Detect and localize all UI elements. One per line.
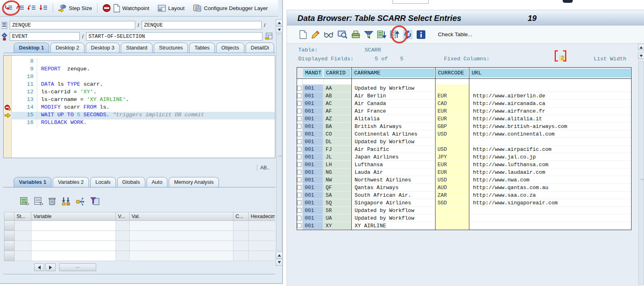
- edit-pencil-icon[interactable]: [311, 30, 320, 39]
- row-select-checkbox[interactable]: [297, 109, 301, 113]
- table-row-xy[interactable]: 001XYXY AIRLINE: [297, 222, 632, 230]
- row-select-checkbox[interactable]: [297, 177, 301, 182]
- code-editor[interactable]: 89REPORT zenque.1011DATA ls TYPE scarr.1…: [3, 55, 275, 158]
- tab-variables-1[interactable]: Variables 1: [14, 177, 52, 187]
- layout-button[interactable]: Layout: [158, 4, 185, 12]
- event-section-field[interactable]: START-OF-SELECTION: [86, 32, 262, 41]
- table-row-ng[interactable]: 001NGLauda AirEURhttp://www.laudaair.com: [297, 169, 632, 176]
- print-icon[interactable]: [351, 30, 361, 39]
- row-select-checkbox[interactable]: [297, 154, 301, 159]
- row-select-checkbox[interactable]: [297, 185, 301, 190]
- hscroll-thumb[interactable]: [59, 263, 96, 271]
- column-header-mandt[interactable]: MANDT: [302, 68, 323, 78]
- row-selector[interactable]: [4, 231, 14, 241]
- variables-column-header[interactable]: [4, 212, 14, 221]
- display-glasses-icon[interactable]: [324, 30, 334, 39]
- column-header-currcode[interactable]: CURRCODE: [435, 68, 469, 78]
- editor-gutter[interactable]: [4, 56, 12, 158]
- variables-column-header[interactable]: Variable: [31, 212, 116, 221]
- tab-objects[interactable]: Objects: [216, 43, 244, 53]
- table-row-ac[interactable]: 001ACAir CanadaCADhttp://www.aircanada.c…: [297, 100, 632, 107]
- row-select-checkbox[interactable]: [297, 86, 301, 91]
- program-field[interactable]: ZENQUE: [10, 21, 135, 29]
- table-row-aa[interactable]: 001AAUpdated by Workflow: [297, 84, 632, 92]
- watchpoint-button[interactable]: Watchpoint: [102, 4, 149, 12]
- tab-auto[interactable]: Auto: [147, 177, 168, 187]
- tab-tables[interactable]: Tables: [189, 43, 215, 53]
- vscroll-track[interactable]: [638, 62, 644, 284]
- tab-desktop-1[interactable]: Desktop 1: [14, 43, 49, 53]
- detail-view-icon[interactable]: [337, 30, 348, 39]
- cropped-command-field[interactable]: [392, 0, 429, 4]
- create-entry-icon[interactable]: [299, 30, 308, 39]
- scroll-left-button[interactable]: [34, 263, 44, 271]
- scroll-down-button[interactable]: [638, 53, 644, 59]
- breakpoint-icon[interactable]: [4, 105, 11, 111]
- table-row-ua[interactable]: 001UAUpdated by Workflow: [297, 214, 632, 222]
- scroll-down-button-bottom[interactable]: [276, 259, 283, 266]
- tab-globals[interactable]: Globals: [117, 177, 145, 187]
- variables-column-header[interactable]: Val.: [130, 212, 233, 221]
- field-detail-icon[interactable]: [265, 33, 273, 41]
- configure-debugger-layer-button[interactable]: Configure Debugger Layer: [193, 4, 268, 12]
- column-header-carrname[interactable]: CARRNAME: [351, 68, 435, 78]
- variables-column-header[interactable]: Hexadecimal: [249, 212, 275, 221]
- row-select-checkbox[interactable]: [297, 162, 301, 167]
- row-select-checkbox[interactable]: [297, 132, 301, 136]
- table-view-icon[interactable]: [20, 197, 29, 206]
- scroll-up-button[interactable]: [276, 19, 283, 26]
- tab-detaildi[interactable]: DetailDi: [246, 43, 275, 53]
- row-selector[interactable]: [4, 221, 14, 231]
- table-row-nw[interactable]: 001NWNorthwest AirlinesUSDhttp://www.nwa…: [297, 176, 632, 184]
- row-selector[interactable]: [4, 241, 14, 251]
- table-row-ab[interactable]: 001ABAir BerlinEURhttp://www.airberlin.d…: [297, 92, 632, 100]
- variables-column-header[interactable]: V...: [116, 212, 130, 221]
- tab-memory-analysis[interactable]: Memory Analysis: [169, 177, 219, 187]
- row-select-checkbox[interactable]: [297, 101, 301, 106]
- tab-locals[interactable]: Locals: [90, 177, 116, 187]
- row-select-checkbox[interactable]: [297, 200, 301, 205]
- row-select-checkbox[interactable]: [297, 124, 301, 129]
- table-row-dl[interactable]: 001DLUpdated by Workflow: [297, 138, 632, 146]
- row-select-checkbox[interactable]: [297, 170, 301, 175]
- table-row-af[interactable]: 001AFAir FranceEURhttp://www.airfrance.f…: [297, 107, 632, 115]
- step-size-button[interactable]: Step Size: [58, 4, 92, 12]
- distribute-icon[interactable]: [76, 197, 85, 206]
- table-row-sr[interactable]: 001SRUpdated by Workflow: [297, 207, 632, 214]
- table-row-sq[interactable]: 001SQSingapore AirlinesSGDhttp://www.sin…: [297, 199, 632, 207]
- table-row-co[interactable]: 001COContinental AirlinesUSDhttp://www.c…: [297, 130, 632, 138]
- scroll-right-button[interactable]: [45, 263, 56, 271]
- table-row-ba[interactable]: 001BABritish AirwaysGBPhttp://www.britis…: [297, 123, 632, 130]
- row-select-checkbox[interactable]: [297, 147, 301, 152]
- table-row-jl[interactable]: 001JLJapan AirlinesJPYhttp://www.jal.co.…: [297, 153, 632, 161]
- row-select-checkbox[interactable]: [297, 223, 301, 228]
- row-select-checkbox[interactable]: [297, 208, 301, 213]
- column-header-carrid[interactable]: CARRID: [323, 68, 351, 78]
- variables-column-header[interactable]: C...: [233, 212, 249, 221]
- step-return-icon[interactable]: [27, 4, 36, 12]
- row-select-checkbox[interactable]: [297, 116, 301, 121]
- filter-funnel-icon[interactable]: [364, 30, 374, 39]
- table-row-sa[interactable]: 001SASouth African Air.ZARhttp://www.saa…: [297, 191, 632, 199]
- variables-column-header[interactable]: St...: [14, 212, 31, 221]
- row-selector[interactable]: [4, 251, 14, 261]
- row-select-checkbox[interactable]: [297, 216, 301, 220]
- table-row-lh[interactable]: 001LHLufthansaEURhttp://www.lufthansa.co…: [297, 161, 632, 169]
- continue-icon[interactable]: [39, 4, 48, 12]
- row-select-checkbox[interactable]: [297, 93, 301, 98]
- delete-icon[interactable]: [48, 197, 56, 206]
- filter-icon[interactable]: [90, 197, 100, 206]
- row-select-checkbox[interactable]: [297, 139, 301, 144]
- tab-standard[interactable]: Standard: [121, 43, 153, 53]
- tab-variables-2[interactable]: Variables 2: [53, 177, 89, 187]
- scroll-down-button[interactable]: [276, 27, 283, 33]
- table-row-qf[interactable]: 001QFQantas AirwaysAUDhttp://www.qantas.…: [297, 184, 632, 191]
- scroll-up-button-bottom[interactable]: [276, 252, 283, 259]
- sort-ascending-icon[interactable]: [377, 30, 386, 39]
- check-table-label[interactable]: Check Table...: [438, 31, 472, 37]
- row-select-checkbox[interactable]: [297, 193, 301, 198]
- event-field[interactable]: EVENT: [10, 32, 80, 41]
- column-header-url[interactable]: URL: [469, 68, 632, 78]
- scroll-up-button[interactable]: [638, 44, 644, 50]
- include-field[interactable]: ZENQUE: [142, 21, 262, 29]
